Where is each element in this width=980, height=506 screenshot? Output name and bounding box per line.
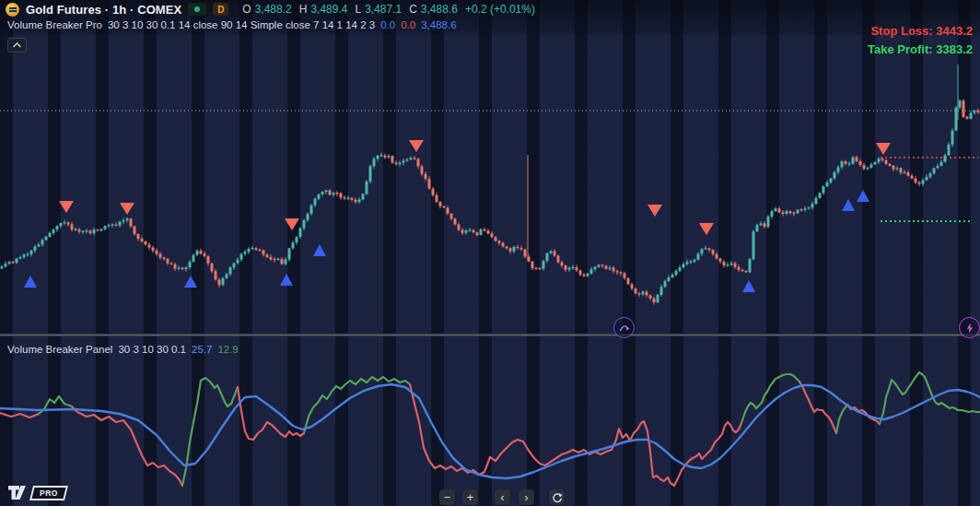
buy-signals	[24, 190, 869, 292]
market-open-dot-icon	[194, 6, 200, 12]
oscillator-red-segment	[238, 387, 304, 440]
zoom-out-button[interactable]: −	[439, 489, 455, 505]
high-label: H	[299, 3, 308, 16]
oscillator-red-segment	[799, 382, 836, 433]
buy-signal-triangle	[184, 276, 197, 288]
symbol-header[interactable]: Gold Futures · 1h · COMEX D O 3,488.2 H …	[6, 2, 535, 17]
low-value: 3,487.1	[365, 3, 402, 16]
tradingview-chart-window: Gold Futures · 1h · COMEX D O 3,488.2 H …	[0, 0, 980, 506]
interval-badge[interactable]: D	[213, 3, 228, 16]
chevron-right-icon: ›	[524, 491, 528, 503]
high-value: 3,489.4	[310, 3, 347, 16]
go-to-realtime-button[interactable]	[613, 317, 635, 338]
sell-signal-triangle	[699, 223, 714, 235]
sell-signal-triangle	[120, 203, 134, 215]
indicator-value-red: 0.0	[401, 19, 415, 30]
gold-symbol-icon	[6, 3, 19, 17]
sell-signal-triangle	[648, 205, 662, 217]
sell-signals	[59, 140, 891, 235]
collapse-legend-button[interactable]	[7, 38, 27, 53]
reference-lines	[0, 111, 980, 221]
oscillator-green-segment	[741, 374, 799, 423]
arrow-right-curve-icon	[618, 323, 631, 334]
oscillator-green-segment	[836, 405, 847, 433]
chevron-up-icon	[13, 42, 21, 48]
take-profit-label: Take Profit: 3383.2	[868, 41, 973, 59]
sell-signal-triangle	[285, 218, 299, 230]
indicator-name[interactable]: Volume Breaker Pro	[7, 19, 102, 30]
indicator-legend[interactable]: Volume Breaker Pro 30 3 10 30 0.1 14 clo…	[7, 19, 457, 30]
ohlc-readout: O 3,488.2 H 3,489.4 L 3,487.1 C 3,488.6 …	[242, 3, 535, 16]
oscillator-lines	[0, 372, 980, 486]
sell-signal-triangle	[409, 140, 424, 152]
open-value: 3,488.2	[255, 3, 292, 16]
change-value: +0.2 (+0.01%)	[465, 3, 535, 16]
pane-separator[interactable]	[0, 334, 980, 336]
zoom-in-button[interactable]: +	[462, 489, 478, 505]
pro-badge: PRO	[29, 486, 68, 500]
scroll-left-button[interactable]: ‹	[495, 489, 510, 505]
tradingview-logo[interactable]: PRO	[7, 485, 66, 500]
panel-indicator-name[interactable]: Volume Breaker Panel	[7, 344, 112, 355]
buy-signal-triangle	[24, 276, 37, 288]
lightning-bolt-icon	[964, 322, 975, 335]
trade-levels-readout: Stop Loss: 3443.2 Take Profit: 3383.2	[868, 22, 973, 59]
scroll-right-button[interactable]: ›	[519, 489, 534, 505]
panel-value-green: 12.9	[217, 344, 238, 355]
low-label: L	[355, 3, 361, 16]
open-label: O	[242, 3, 251, 16]
buy-signal-triangle	[742, 280, 755, 292]
candlesticks	[1, 65, 980, 304]
oscillator-legend[interactable]: Volume Breaker Panel 30 3 10 30 0.1 25.7…	[7, 344, 239, 355]
tradingview-mark-icon	[7, 485, 27, 500]
close-value: 3,488.6	[421, 3, 458, 16]
buy-signal-triangle	[313, 244, 326, 256]
indicator-value-blue: 0.0	[380, 19, 395, 30]
buy-signal-triangle	[857, 190, 869, 202]
sell-signal-triangle	[59, 201, 74, 213]
plus-icon: +	[467, 491, 474, 503]
indicator-params: 30 3 10 30 0.1 14 close 90 14 Simple clo…	[108, 19, 375, 30]
oscillator-red-segment	[0, 413, 39, 418]
refresh-icon	[552, 492, 563, 503]
buy-signal-triangle	[842, 199, 855, 211]
panel-value-blue: 25.7	[192, 344, 212, 355]
minus-icon: −	[444, 491, 451, 503]
symbol-title[interactable]: Gold Futures · 1h · COMEX	[26, 3, 181, 17]
panel-indicator-params: 30 3 10 30 0.1	[118, 344, 186, 355]
oscillator-green-segment	[182, 378, 238, 486]
oscillator-red-segment	[410, 384, 741, 486]
close-label: C	[409, 3, 417, 16]
indicator-value-price: 3,488.6	[421, 19, 456, 30]
chevron-left-icon: ‹	[500, 491, 504, 503]
boost-button[interactable]	[959, 317, 980, 338]
market-status-badge	[188, 3, 206, 16]
oscillator-green-segment	[39, 396, 72, 414]
sell-signal-triangle	[876, 143, 891, 155]
buy-signal-triangle	[280, 274, 293, 286]
main-price-chart[interactable]	[0, 0, 980, 506]
stop-loss-label: Stop Loss: 3443.2	[868, 22, 973, 41]
reset-chart-button[interactable]	[549, 489, 565, 505]
